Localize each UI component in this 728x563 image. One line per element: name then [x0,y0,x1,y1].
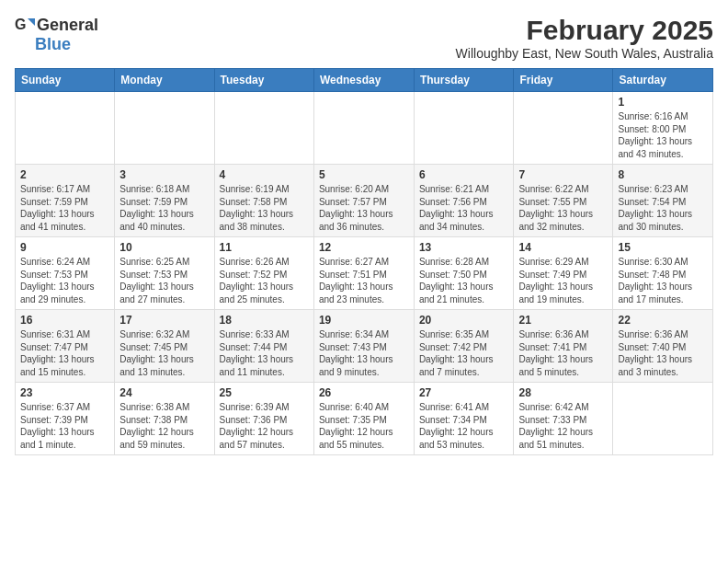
day-info: Sunrise: 6:36 AM Sunset: 7:41 PM Dayligh… [518,328,608,378]
header: G General Blue February 2025 Willoughby … [15,15,713,61]
day-info: Sunrise: 6:31 AM Sunset: 7:47 PM Dayligh… [20,328,109,378]
title-area: February 2025 Willoughby East, New South… [456,15,713,61]
calendar-day-header: Thursday [414,69,514,92]
calendar-cell [313,92,414,165]
calendar-week-row: 16Sunrise: 6:31 AM Sunset: 7:47 PM Dayli… [16,310,713,383]
day-info: Sunrise: 6:22 AM Sunset: 7:55 PM Dayligh… [518,183,608,233]
calendar-cell: 8Sunrise: 6:23 AM Sunset: 7:54 PM Daylig… [613,165,713,237]
day-number: 21 [518,314,608,327]
day-info: Sunrise: 6:32 AM Sunset: 7:45 PM Dayligh… [119,328,209,378]
day-info: Sunrise: 6:38 AM Sunset: 7:38 PM Dayligh… [119,401,209,451]
day-number: 11 [220,241,309,254]
calendar-cell: 14Sunrise: 6:29 AM Sunset: 7:49 PM Dayli… [514,237,613,310]
calendar-table: SundayMondayTuesdayWednesdayThursdayFrid… [15,68,713,455]
calendar-cell: 28Sunrise: 6:42 AM Sunset: 7:33 PM Dayli… [514,383,613,455]
calendar-cell: 25Sunrise: 6:39 AM Sunset: 7:36 PM Dayli… [214,383,313,455]
calendar-day-header: Wednesday [313,69,414,92]
main-title: February 2025 [456,15,713,46]
day-number: 8 [618,168,708,181]
day-info: Sunrise: 6:29 AM Sunset: 7:49 PM Dayligh… [518,256,608,305]
calendar-cell: 12Sunrise: 6:27 AM Sunset: 7:51 PM Dayli… [313,237,414,310]
day-number: 4 [220,168,309,181]
calendar-day-header: Sunday [16,69,115,92]
calendar-cell [514,92,613,165]
day-number: 28 [518,386,608,399]
day-info: Sunrise: 6:40 AM Sunset: 7:35 PM Dayligh… [319,401,409,451]
day-info: Sunrise: 6:24 AM Sunset: 7:53 PM Dayligh… [20,256,109,305]
day-number: 27 [419,386,509,399]
day-number: 14 [518,241,608,254]
svg-marker-1 [28,18,35,26]
calendar-cell: 24Sunrise: 6:38 AM Sunset: 7:38 PM Dayli… [115,383,214,455]
day-number: 24 [119,386,209,399]
calendar-cell: 4Sunrise: 6:19 AM Sunset: 7:58 PM Daylig… [214,165,313,237]
calendar-cell: 11Sunrise: 6:26 AM Sunset: 7:52 PM Dayli… [214,237,313,310]
calendar-cell: 23Sunrise: 6:37 AM Sunset: 7:39 PM Dayli… [16,383,115,455]
day-number: 15 [618,241,708,254]
subtitle: Willoughby East, New South Wales, Austra… [456,46,713,61]
calendar-week-row: 9Sunrise: 6:24 AM Sunset: 7:53 PM Daylig… [16,237,713,310]
day-info: Sunrise: 6:42 AM Sunset: 7:33 PM Dayligh… [518,401,608,451]
day-info: Sunrise: 6:26 AM Sunset: 7:52 PM Dayligh… [220,256,309,305]
calendar-cell: 7Sunrise: 6:22 AM Sunset: 7:55 PM Daylig… [514,165,613,237]
logo-text: G General [15,15,98,35]
calendar-cell: 13Sunrise: 6:28 AM Sunset: 7:50 PM Dayli… [414,237,514,310]
day-number: 7 [518,168,608,181]
calendar-week-row: 2Sunrise: 6:17 AM Sunset: 7:59 PM Daylig… [16,165,713,237]
calendar-cell: 17Sunrise: 6:32 AM Sunset: 7:45 PM Dayli… [115,310,214,383]
day-info: Sunrise: 6:41 AM Sunset: 7:34 PM Dayligh… [419,401,509,451]
day-number: 19 [319,314,409,327]
day-info: Sunrise: 6:19 AM Sunset: 7:58 PM Dayligh… [220,183,309,233]
day-number: 22 [618,314,708,327]
calendar-cell: 27Sunrise: 6:41 AM Sunset: 7:34 PM Dayli… [414,383,514,455]
day-info: Sunrise: 6:37 AM Sunset: 7:39 PM Dayligh… [20,401,109,451]
day-info: Sunrise: 6:30 AM Sunset: 7:48 PM Dayligh… [618,256,708,305]
calendar-cell: 9Sunrise: 6:24 AM Sunset: 7:53 PM Daylig… [16,237,115,310]
calendar-cell: 3Sunrise: 6:18 AM Sunset: 7:59 PM Daylig… [115,165,214,237]
calendar-cell [115,92,214,165]
calendar-week-row: 23Sunrise: 6:37 AM Sunset: 7:39 PM Dayli… [16,383,713,455]
calendar-cell: 22Sunrise: 6:36 AM Sunset: 7:40 PM Dayli… [613,310,713,383]
calendar-cell: 16Sunrise: 6:31 AM Sunset: 7:47 PM Dayli… [16,310,115,383]
calendar-cell: 2Sunrise: 6:17 AM Sunset: 7:59 PM Daylig… [16,165,115,237]
calendar-day-header: Friday [514,69,613,92]
calendar-day-header: Saturday [613,69,713,92]
day-number: 25 [220,386,309,399]
day-number: 13 [419,241,509,254]
day-number: 9 [20,241,109,254]
day-number: 17 [119,314,209,327]
day-info: Sunrise: 6:23 AM Sunset: 7:54 PM Dayligh… [618,183,708,233]
day-info: Sunrise: 6:21 AM Sunset: 7:56 PM Dayligh… [419,183,509,233]
calendar-cell: 5Sunrise: 6:20 AM Sunset: 7:57 PM Daylig… [313,165,414,237]
calendar-cell [16,92,115,165]
day-number: 5 [319,168,409,181]
calendar-cell [613,383,713,455]
calendar-cell: 20Sunrise: 6:35 AM Sunset: 7:42 PM Dayli… [414,310,514,383]
logo: G General Blue [15,15,98,54]
day-info: Sunrise: 6:28 AM Sunset: 7:50 PM Dayligh… [419,256,509,305]
calendar-day-header: Monday [115,69,214,92]
day-info: Sunrise: 6:33 AM Sunset: 7:44 PM Dayligh… [220,328,309,378]
logo-general: General [37,16,98,35]
day-info: Sunrise: 6:17 AM Sunset: 7:59 PM Dayligh… [20,183,109,233]
logo-blue: Blue [35,35,71,54]
logo-icon: G [15,15,35,35]
calendar-cell: 19Sunrise: 6:34 AM Sunset: 7:43 PM Dayli… [313,310,414,383]
calendar-cell: 10Sunrise: 6:25 AM Sunset: 7:53 PM Dayli… [115,237,214,310]
day-info: Sunrise: 6:27 AM Sunset: 7:51 PM Dayligh… [319,256,409,305]
calendar-cell: 18Sunrise: 6:33 AM Sunset: 7:44 PM Dayli… [214,310,313,383]
calendar-cell: 6Sunrise: 6:21 AM Sunset: 7:56 PM Daylig… [414,165,514,237]
svg-text:G: G [15,17,26,32]
calendar-week-row: 1Sunrise: 6:16 AM Sunset: 8:00 PM Daylig… [16,92,713,165]
day-number: 1 [618,96,708,109]
day-number: 3 [119,168,209,181]
day-info: Sunrise: 6:36 AM Sunset: 7:40 PM Dayligh… [618,328,708,378]
day-number: 10 [119,241,209,254]
calendar-cell: 26Sunrise: 6:40 AM Sunset: 7:35 PM Dayli… [313,383,414,455]
day-info: Sunrise: 6:20 AM Sunset: 7:57 PM Dayligh… [319,183,409,233]
calendar-cell [414,92,514,165]
day-number: 16 [20,314,109,327]
day-info: Sunrise: 6:25 AM Sunset: 7:53 PM Dayligh… [119,256,209,305]
calendar-cell [214,92,313,165]
day-number: 18 [220,314,309,327]
